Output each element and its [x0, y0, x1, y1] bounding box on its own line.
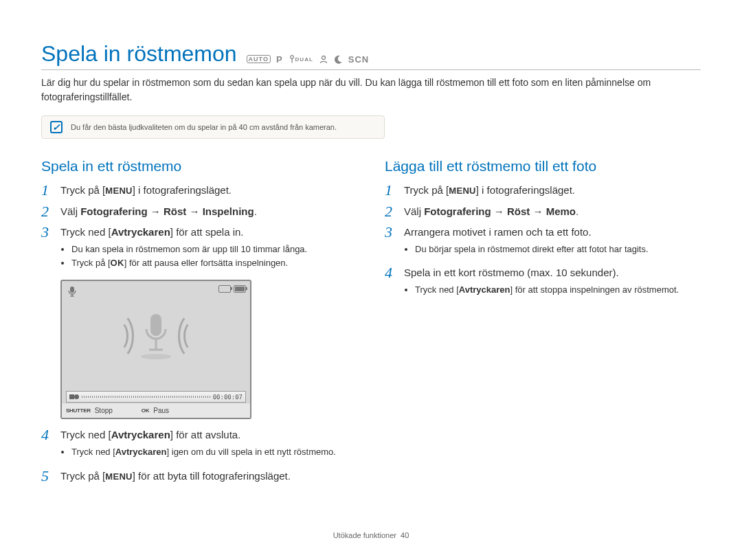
left-step-4: 4 Tryck ned [Avtryckaren] för att avslut… [41, 427, 357, 462]
menu-label: MENU [449, 186, 475, 196]
step-number: 1 [41, 183, 54, 198]
sub-bullets: Du börjar spela in röstmemot direkt efte… [404, 243, 701, 256]
mode-p-icon: P [276, 54, 283, 65]
ok-label: OK [111, 258, 124, 268]
progress-track [82, 396, 210, 398]
camera-display-illustration: 00:00:07 SHUTTER Stopp OK Paus [60, 280, 251, 419]
page-footer: Utökade funktioner 40 [0, 531, 742, 539]
page-title: Spela in röstmemon [41, 41, 237, 67]
memory-icon [218, 285, 231, 293]
sound-wave-left-icon [112, 312, 134, 360]
mode-dual-icon: DUAL [289, 55, 313, 63]
bullet: Du kan spela in röstmemon som är upp til… [71, 243, 357, 256]
step-text: Välj Fotografering → Röst → Memo. [404, 204, 701, 220]
shutter-key-label: SHUTTER [66, 407, 91, 414]
menu-label: MENU [105, 186, 132, 196]
step-number: 3 [385, 225, 397, 240]
elapsed-time: 00:00:07 [213, 394, 243, 401]
left-step-2: 2 Välj Fotografering → Röst → Inspelning… [41, 204, 357, 220]
mode-icons: AUTO P DUAL SCN [247, 54, 370, 65]
step-text: Tryck ned [Avtryckaren] för att avsluta.… [60, 427, 357, 462]
step-text: Spela in ett kort röstmemo (max. 10 seku… [404, 265, 701, 300]
mic-small-icon [66, 285, 78, 298]
mode-scn-icon: SCN [348, 54, 369, 65]
camera-controls-bar: SHUTTER Stopp OK Paus [62, 403, 250, 418]
sound-wave-right-icon [178, 312, 200, 360]
sub-bullets: Tryck ned [Avtryckaren] igen om du vill … [60, 446, 357, 459]
svg-rect-2 [70, 287, 74, 293]
left-step-5: 5 Tryck på [MENU] för att byta till foto… [41, 469, 357, 484]
bullet: Tryck på [OK] för att pausa eller fortsä… [71, 257, 357, 270]
mode-portrait-icon [319, 54, 328, 64]
step-number: 4 [41, 427, 54, 443]
info-icon: ✓ [50, 121, 63, 133]
right-step-1: 1 Tryck på [MENU] i fotograferingsläget. [385, 183, 701, 199]
battery-icon [234, 285, 246, 293]
step-text: Arrangera motivet i ramen och ta ett fot… [404, 225, 701, 260]
sub-bullets: Tryck ned [Avtryckaren] för att stoppa i… [404, 284, 701, 297]
mode-auto-icon: AUTO [247, 55, 271, 63]
right-heading: Lägga till ett röstmemo till ett foto [385, 158, 701, 175]
step-number: 2 [385, 204, 397, 219]
right-column: Lägga till ett röstmemo till ett foto 1 … [385, 158, 701, 489]
intro-text: Lär dig hur du spelar in röstmemon som d… [41, 76, 701, 104]
status-icons [218, 285, 246, 293]
bullet: Tryck ned [Avtryckaren] igen om du vill … [71, 446, 357, 459]
progress-bar: 00:00:07 [66, 391, 246, 403]
step-text: Tryck på [MENU] i fotograferingsläget. [404, 183, 701, 199]
bullet: Du börjar spela in röstmemot direkt efte… [415, 243, 701, 256]
svg-point-4 [141, 354, 171, 359]
step-number: 3 [41, 225, 54, 240]
stop-icon [69, 394, 74, 399]
svg-point-1 [322, 56, 325, 60]
ok-key-label: OK [142, 407, 149, 414]
left-heading: Spela in ett röstmemo [41, 158, 357, 175]
step-text: Välj Fotografering → Röst → Inspelning. [60, 204, 357, 220]
step-text: Tryck på [MENU] i fotograferingsläget. [60, 183, 357, 199]
left-column: Spela in ett röstmemo 1 Tryck på [MENU] … [41, 158, 357, 489]
tip-box: ✓ Du får den bästa ljudkvaliteten om du … [41, 115, 385, 139]
shutter-action: Stopp [95, 407, 113, 414]
svg-rect-3 [150, 314, 161, 336]
bullet: Tryck ned [Avtryckaren] för att stoppa i… [415, 284, 701, 297]
title-row: Spela in röstmemon AUTO P DUAL SCN [41, 41, 701, 70]
mode-night-icon [334, 55, 343, 64]
shutter-label: Avtryckaren [111, 429, 170, 440]
step-text: Tryck på [MENU] för att byta till fotogr… [60, 469, 357, 484]
footer-page-number: 40 [401, 531, 409, 539]
microphone-icon [138, 311, 174, 361]
tip-text: Du får den bästa ljudkvaliteten om du sp… [71, 123, 337, 131]
right-step-3: 3 Arrangera motivet i ramen och ta ett f… [385, 225, 701, 260]
step-number: 2 [41, 204, 54, 219]
manual-page: Spela in röstmemon AUTO P DUAL SCN Lär d… [0, 0, 742, 489]
left-step-3: 3 Tryck ned [Avtryckaren] för att spela … [41, 225, 357, 274]
record-dot-icon [74, 394, 79, 399]
footer-section: Utökade funktioner [333, 531, 396, 539]
mic-center-graphic [112, 311, 200, 361]
step-number: 5 [41, 469, 54, 484]
step-number: 4 [385, 265, 397, 280]
step-number: 1 [385, 183, 397, 198]
step-text: Tryck ned [Avtryckaren] för att spela in… [60, 225, 357, 274]
sub-bullets: Du kan spela in röstmemon som är upp til… [60, 243, 357, 271]
right-step-2: 2 Välj Fotografering → Röst → Memo. [385, 204, 701, 220]
right-step-4: 4 Spela in ett kort röstmemo (max. 10 se… [385, 265, 701, 300]
ok-action: Paus [153, 407, 169, 414]
shutter-label: Avtryckaren [111, 226, 170, 238]
menu-label: MENU [105, 471, 132, 482]
svg-point-0 [290, 56, 293, 59]
content-columns: Spela in ett röstmemo 1 Tryck på [MENU] … [41, 158, 701, 489]
shutter-label: Avtryckaren [459, 284, 510, 295]
camera-screen [62, 281, 250, 391]
left-step-1: 1 Tryck på [MENU] i fotograferingsläget. [41, 183, 357, 199]
